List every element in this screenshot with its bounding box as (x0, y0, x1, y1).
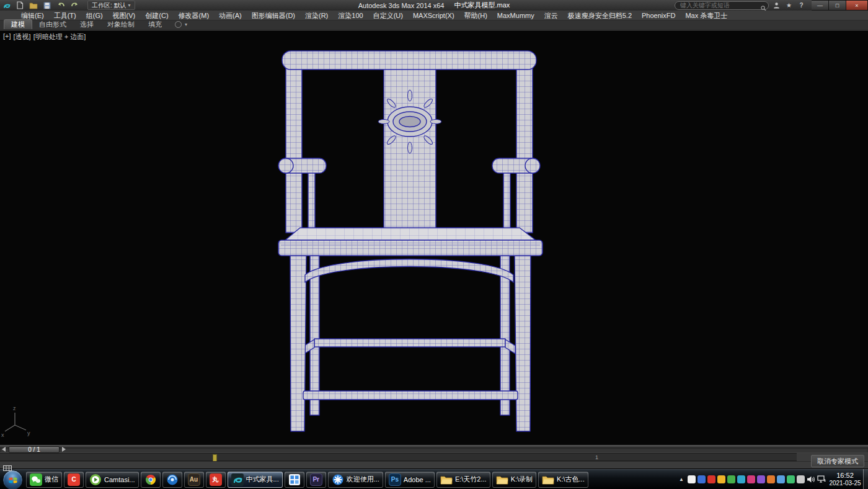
track-bar[interactable]: 1 (0, 453, 797, 461)
menu-animation[interactable]: 动画(A) (214, 11, 247, 20)
previous-frame-button[interactable] (2, 447, 6, 452)
menu-modifiers[interactable]: 修改器(M) (174, 11, 215, 20)
menu-maxmummy[interactable]: MaxMummy (492, 11, 539, 20)
tray-icon-6[interactable] (737, 475, 745, 483)
taskbar-button-red-app[interactable]: C (64, 472, 84, 488)
tray-overflow-button[interactable]: ▲ (679, 477, 686, 482)
taskbar-button-audition[interactable]: Au (184, 472, 204, 488)
tab-object-paint[interactable]: 对象绘制 (100, 20, 141, 29)
tray-icon-11[interactable] (787, 475, 795, 483)
sign-in-user-icon[interactable] (772, 1, 781, 10)
axis-y-label: y (27, 430, 30, 436)
taskbar-button-premiere[interactable]: Pr (306, 472, 326, 488)
pinwheel-icon (332, 473, 344, 486)
menu-maxscript[interactable]: MAXScript(X) (408, 11, 459, 20)
tray-icon-3[interactable] (707, 475, 715, 483)
chair-model[interactable] (278, 51, 542, 431)
tray-icon-1[interactable] (688, 475, 696, 483)
chevron-down-icon: ▾ (128, 2, 131, 8)
window-title: Autodesk 3ds Max 2014 x64 中式家具模型.max (358, 0, 510, 11)
tray-icon-9[interactable] (767, 475, 775, 483)
audition-icon: Au (188, 473, 200, 486)
folder-icon (542, 473, 554, 486)
network-icon[interactable] (817, 475, 826, 483)
menu-tools[interactable]: 工具(T) (49, 11, 81, 20)
menu-slim-archive[interactable]: 极速瘦身安全归档5.2 (563, 11, 637, 20)
help-icon[interactable]: ? (797, 1, 806, 10)
viewport-general-menu[interactable]: [+] (3, 32, 11, 42)
time-slider-handle[interactable]: 0 / 1 (9, 446, 60, 453)
taskbar-button-folder-k-gu[interactable]: K:\古色... (538, 472, 588, 488)
save-button[interactable] (42, 1, 53, 10)
tab-freeform[interactable]: 自由形式 (32, 20, 73, 29)
taskbar-button-3dsmax[interactable]: 中式家具... (228, 472, 283, 488)
tray-icon-7[interactable] (747, 475, 755, 483)
menu-graph-editors[interactable]: 图形编辑器(D) (247, 11, 300, 20)
ribbon-options-icon[interactable] (175, 21, 182, 28)
close-button[interactable]: × (846, 0, 868, 11)
perspective-viewport[interactable]: [+] [透视] [明暗处理 + 边面] (0, 30, 868, 445)
undo-icon[interactable] (55, 1, 66, 10)
redo-icon[interactable] (69, 1, 80, 10)
tray-icon-5[interactable] (727, 475, 735, 483)
tray-icon-4[interactable] (717, 475, 725, 483)
windows-taskbar: 微信 C Camtasi... (0, 469, 868, 489)
taskbar-button-folder-k-rec[interactable]: K:\录制 (492, 472, 536, 488)
cancel-expert-mode-button[interactable]: 取消专家模式 (811, 455, 864, 467)
folder-icon (496, 473, 508, 486)
track-bar-end-frame: 1 (595, 454, 598, 460)
time-slider-track[interactable] (0, 447, 868, 452)
viewport-shading-menu[interactable]: [明暗处理 + 边面] (33, 32, 86, 42)
taskbar-button-camtasia[interactable]: Camtasi... (86, 472, 139, 488)
tab-populate[interactable]: 填充 (141, 20, 169, 29)
taskbar-button-folder-e[interactable]: E:\天竹2... (436, 472, 490, 488)
infocenter-search-input[interactable] (675, 1, 769, 10)
menu-xuanyun[interactable]: 渲云 (539, 11, 563, 20)
windows-logo-icon (8, 475, 18, 485)
volume-icon[interactable] (807, 475, 815, 483)
ribbon-tab-bar: 建模 自由形式 选择 对象绘制 填充 ▾ (0, 20, 868, 30)
menu-views[interactable]: 视图(V) (108, 11, 141, 20)
wechat-icon (30, 473, 42, 486)
tray-icon-2[interactable] (698, 475, 706, 483)
restore-button[interactable]: □ (829, 0, 846, 11)
taskbar-button-wechat[interactable]: 微信 (26, 472, 62, 488)
menu-help[interactable]: 帮助(H) (459, 11, 492, 20)
new-file-button[interactable] (14, 1, 25, 10)
grid-toggle-icon[interactable] (3, 462, 12, 473)
tab-modeling[interactable]: 建模 (4, 19, 32, 29)
tray-icon-12[interactable] (797, 475, 805, 483)
menu-rendering[interactable]: 渲染(R) (300, 11, 333, 20)
open-file-button[interactable] (28, 1, 39, 10)
menu-render100[interactable]: 渲染100 (333, 11, 368, 20)
taskbar-clock[interactable]: 16:52 2021-03-25 (827, 470, 863, 488)
ribbon-collapse-icon[interactable]: ▾ (185, 20, 187, 29)
minimize-button[interactable]: — (812, 0, 829, 11)
menu-customize[interactable]: 自定义(U) (368, 11, 408, 20)
tab-selection[interactable]: 选择 (73, 20, 100, 29)
tray-icon-10[interactable] (777, 475, 785, 483)
menu-group[interactable]: 组(G) (81, 11, 108, 20)
taskbar-button-photoshop[interactable]: Ps Adobe ... (385, 472, 435, 488)
3dsmax-logo-icon[interactable] (2, 1, 12, 10)
taskbar-button-chrome[interactable] (141, 472, 161, 488)
taskbar-button-blue-grid[interactable] (285, 472, 304, 488)
viewport-canvas[interactable]: x y z (0, 30, 868, 445)
menu-phoenixfd[interactable]: PhoenixFD (637, 11, 680, 20)
menu-create[interactable]: 创建(C) (140, 11, 173, 20)
next-frame-button[interactable] (62, 447, 66, 452)
chrome-icon (144, 473, 157, 486)
taskbar-button-wan-app[interactable]: 丸 (206, 472, 226, 488)
favorites-star-icon[interactable]: ★ (784, 1, 794, 10)
viewport-pov-menu[interactable]: [透视] (14, 32, 31, 42)
clock-date: 2021-03-25 (829, 480, 861, 487)
show-desktop-button[interactable] (863, 469, 868, 489)
taskbar-button-welcome[interactable]: 欢迎使用... (328, 472, 383, 488)
time-slider: 0 / 1 (0, 445, 868, 453)
taskbar-button-blue-browser[interactable] (162, 472, 182, 488)
workspace-selector[interactable]: 工作区: 默认 ▾ (87, 1, 135, 10)
splat-medallion (378, 90, 441, 153)
menu-antivirus[interactable]: Max 杀毒卫士 (680, 11, 732, 20)
tray-icon-8[interactable] (757, 475, 765, 483)
photoshop-icon: Ps (389, 473, 401, 486)
